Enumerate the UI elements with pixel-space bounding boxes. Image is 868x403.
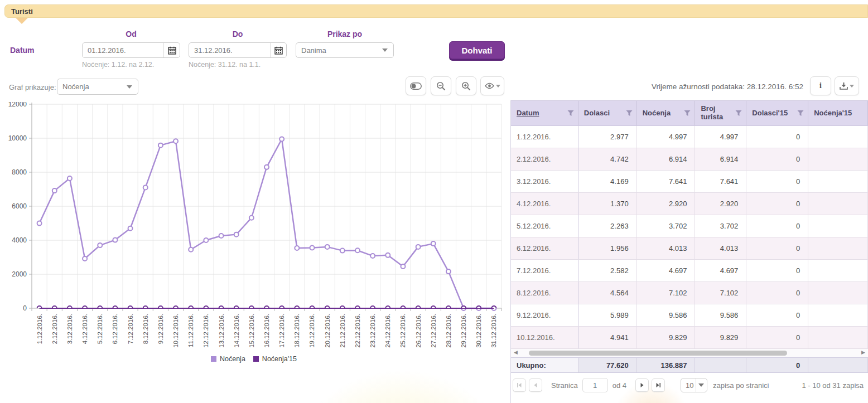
dohvati-button[interactable]: Dohvati: [449, 41, 505, 59]
filter-icon[interactable]: [684, 110, 691, 116]
cell-no-enja-15: [808, 126, 868, 148]
svg-text:21.12.2016.: 21.12.2016.: [339, 314, 346, 348]
prev-page-icon: [533, 382, 538, 388]
cell-broj-turista: 9.586: [695, 304, 746, 326]
filter-icon[interactable]: [567, 110, 574, 116]
page-number-input[interactable]: [582, 378, 608, 392]
cell-dolasci-15: 0: [746, 282, 808, 304]
info-button[interactable]: i: [810, 76, 831, 95]
grid-body: 1.12.2016.2.9774.9974.99702.12.2016.4.74…: [511, 126, 868, 349]
table-row[interactable]: 4.12.2016.1.3702.9202.9200: [511, 193, 868, 215]
last-page-button[interactable]: [652, 378, 665, 392]
date-from-field[interactable]: 01.12.2016.: [82, 42, 180, 58]
column-header-dolasci-15[interactable]: Dolasci'15: [746, 101, 808, 125]
svg-text:22.12.2016.: 22.12.2016.: [354, 314, 361, 348]
footer-cell-broj-turista: [695, 358, 746, 372]
cell-dolasci-15: 0: [746, 126, 808, 148]
column-header-dolasci[interactable]: Dolasci: [578, 101, 637, 125]
svg-text:3.12.2016.: 3.12.2016.: [66, 314, 73, 344]
prev-page-button[interactable]: [529, 378, 542, 392]
page-size-value: 10: [681, 381, 696, 390]
next-page-button[interactable]: [635, 378, 649, 392]
svg-text:26.12.2016.: 26.12.2016.: [415, 314, 422, 348]
zoom-out-button[interactable]: [431, 76, 451, 95]
table-row[interactable]: 10.12.2016.4.9419.8299.8290: [511, 327, 868, 349]
table-row[interactable]: 7.12.2016.2.5824.6974.6970: [511, 260, 868, 282]
cell-no-enja: 9.829: [637, 327, 696, 348]
chevron-down-icon: [850, 85, 854, 88]
table-row[interactable]: 6.12.2016.1.9564.0134.0130: [511, 237, 868, 260]
legend-swatch: [211, 356, 216, 362]
footer-cell-dolasci: 77.620: [578, 358, 637, 372]
svg-text:28.12.2016.: 28.12.2016.: [445, 314, 452, 348]
table-row[interactable]: 2.12.2016.4.7426.9146.9140: [511, 148, 868, 171]
series-visibility-button[interactable]: [480, 76, 504, 95]
cell-no-enja: 3.702: [637, 215, 696, 237]
legend-item[interactable]: Noćenja: [211, 355, 245, 363]
horizontal-scrollbar[interactable]: ◀ ▶: [511, 349, 868, 357]
filter-icon[interactable]: [797, 110, 804, 116]
svg-text:5.12.2016.: 5.12.2016.: [97, 314, 103, 344]
calendar-button[interactable]: [270, 43, 286, 57]
first-page-button[interactable]: [513, 378, 526, 392]
legend-label: Noćenja'15: [262, 355, 297, 363]
column-header-no-enja-15[interactable]: Noćenja'15: [808, 101, 868, 125]
zoom-in-button[interactable]: [456, 76, 476, 95]
cell-datum: 1.12.2016.: [511, 126, 578, 148]
svg-text:31.12.2016.: 31.12.2016.: [490, 314, 497, 348]
graf-prikazuje-select[interactable]: Noćenja: [57, 79, 138, 95]
svg-text:0: 0: [23, 304, 27, 312]
date-from-value[interactable]: 01.12.2016.: [83, 46, 163, 55]
table-row[interactable]: 9.12.2016.5.9899.5869.5860: [511, 304, 868, 327]
prikaz-po-select[interactable]: Danima: [296, 42, 394, 58]
record-range-label: 1 - 10 od 31 zapisa: [802, 381, 864, 390]
cell-dolasci: 1.956: [578, 237, 637, 259]
datum-label: Datum: [10, 46, 35, 55]
cell-broj-turista: 4.697: [695, 260, 746, 281]
od-hint: Noćenje: 1.12. na 2.12.: [82, 61, 154, 69]
page-size-select[interactable]: 10: [681, 378, 707, 392]
toggle-button[interactable]: [406, 76, 426, 95]
svg-text:19.12.2016.: 19.12.2016.: [308, 314, 315, 348]
column-label: Datum: [517, 109, 539, 118]
svg-text:23.12.2016.: 23.12.2016.: [369, 314, 376, 348]
cell-no-enja-15: [808, 327, 868, 348]
first-page-icon: [517, 382, 522, 388]
table-row[interactable]: 3.12.2016.4.1697.6417.6410: [511, 171, 868, 193]
cell-datum: 10.12.2016.: [511, 327, 578, 348]
data-grid: DatumDolasciNoćenjaBroj turistaDolasci'1…: [510, 100, 868, 403]
legend-swatch: [253, 356, 259, 362]
table-row[interactable]: 5.12.2016.2.2633.7023.7020: [511, 215, 868, 237]
scroll-right-icon[interactable]: ▶: [861, 349, 865, 355]
eye-icon: [485, 82, 494, 89]
column-header-broj-turista[interactable]: Broj turista: [695, 101, 746, 125]
download-icon: [840, 82, 848, 90]
cell-dolasci: 4.169: [578, 171, 637, 192]
cell-datum: 8.12.2016.: [511, 282, 578, 304]
cell-datum: 4.12.2016.: [511, 193, 578, 215]
cell-broj-turista: 7.641: [695, 171, 746, 192]
scroll-left-icon[interactable]: ◀: [514, 349, 518, 355]
cell-no-enja-15: [808, 237, 868, 259]
page-count-label: od 4: [613, 381, 626, 390]
cell-datum: 2.12.2016.: [511, 148, 578, 170]
export-button[interactable]: [835, 76, 859, 95]
filter-icon[interactable]: [626, 110, 633, 116]
cell-no-enja-15: [808, 282, 868, 304]
cell-dolasci: 4.941: [578, 327, 637, 348]
scrollbar-thumb[interactable]: [529, 351, 787, 356]
column-header-datum[interactable]: Datum: [511, 101, 578, 125]
date-to-value[interactable]: 31.12.2016.: [189, 46, 270, 55]
svg-text:11.12.2016.: 11.12.2016.: [187, 314, 194, 347]
legend-label: Noćenja: [220, 355, 245, 363]
filter-icon[interactable]: [735, 110, 742, 116]
legend-item[interactable]: Noćenja'15: [253, 355, 297, 363]
svg-text:24.12.2016.: 24.12.2016.: [384, 314, 391, 348]
table-row[interactable]: 8.12.2016.4.5647.1027.1020: [511, 282, 868, 304]
date-to-field[interactable]: 31.12.2016.: [189, 42, 287, 58]
table-row[interactable]: 1.12.2016.2.9774.9974.9970: [511, 126, 868, 148]
column-header-no-enja[interactable]: Noćenja: [637, 101, 696, 125]
cell-no-enja: 4.997: [637, 126, 696, 148]
calendar-button[interactable]: [163, 43, 180, 57]
tab-turisti[interactable]: Turisti: [11, 7, 33, 16]
